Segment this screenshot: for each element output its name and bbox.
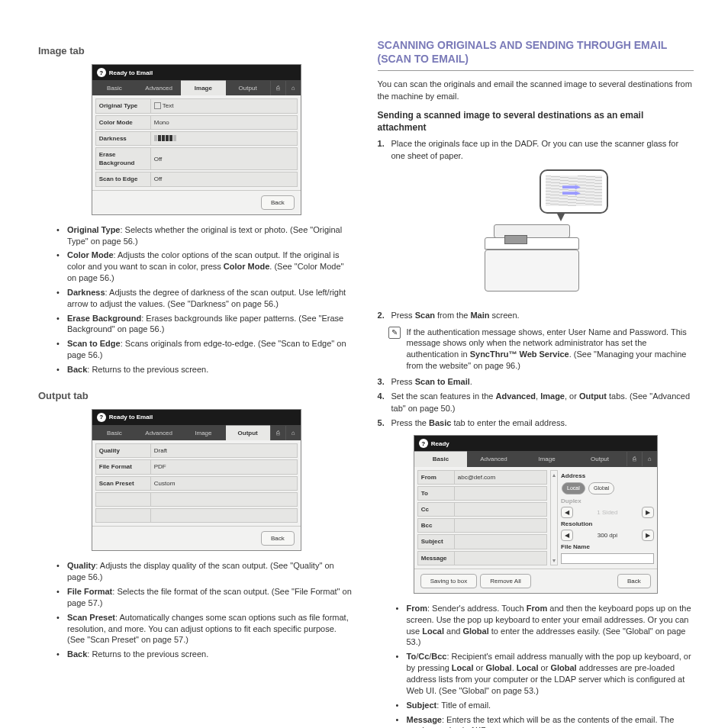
note-icon: ✎ [388,327,401,339]
bullet: To/Cc/Bcc: Recipient's email address man… [396,651,694,696]
row-to[interactable]: To [417,486,547,501]
printer-body [478,219,585,292]
scroll-down-icon[interactable]: ▾ [551,556,557,565]
tab-output[interactable]: Output [226,81,270,95]
tab-image[interactable]: Image [520,452,574,466]
row-empty [95,508,298,523]
section-heading: SCANNING ORIGINALS AND SENDING THROUGH E… [378,38,694,66]
panel-header: ? Ready to Email [92,65,301,80]
output-tab-heading: Output tab [38,389,355,403]
steps-list: Place the originals face up in the DADF.… [378,138,694,162]
image-tab-screenshot: ? Ready to Email Basic Advanced Image Ou… [92,64,301,215]
usb-icon[interactable]: ⎙ [627,452,642,466]
bullet: From: Sender's address. Touch From and t… [396,603,694,648]
email-bullets: From: Sender's address. Touch From and t… [378,603,694,728]
image-tab-heading: Image tab [38,44,355,58]
row-color-mode[interactable]: Color Mode Mono [95,115,298,130]
step-3: Press Scan to Email. [378,376,694,388]
scrollbar[interactable]: ▴ ▾ [550,470,558,565]
row-quality[interactable]: Quality Draft [95,443,298,458]
step-5: Press the Basic tab to enter the email a… [378,417,694,429]
next-icon[interactable]: ▶ [642,530,654,541]
feed-arrows-icon [562,185,581,195]
saving-to-box-button[interactable]: Saving to box [420,574,477,588]
tab-basic[interactable]: Basic [92,426,137,440]
tab-advanced[interactable]: Advanced [467,452,520,466]
row-erase-background[interactable]: Erase Background Off [95,147,298,170]
row-scan-to-edge[interactable]: Scan to Edge Off [95,172,298,186]
prev-icon[interactable]: ◀ [561,507,573,518]
intro-text: You can scan the originals and email the… [378,79,694,102]
row-bcc[interactable]: Bcc [417,518,547,533]
bullet: Back: Returns to the previous screen. [56,649,355,660]
row-message[interactable]: Message [417,551,547,565]
printer-illustration [378,169,694,299]
row-scan-preset[interactable]: Scan Preset Custom [95,476,298,491]
tab-image[interactable]: Image [181,80,225,95]
row-darkness[interactable]: Darkness [95,131,298,146]
note-block: ✎ If the authentication message shows, e… [388,327,694,372]
steps-list-2: Press Scan from the Main screen. [378,310,694,321]
tab-output[interactable]: Output [573,452,627,466]
panel-status: Ready to Email [109,69,153,77]
help-icon: ? [97,68,106,77]
tab-image[interactable]: Image [181,426,225,440]
home-icon[interactable]: ⌂ [285,81,301,95]
back-button[interactable]: Back [261,531,295,546]
row-original-type[interactable]: Original Type Text [95,98,298,113]
back-button[interactable]: Back [261,195,295,210]
prev-icon[interactable]: ◀ [561,530,573,541]
email-panel-screenshot: ? Ready Basic Advanced Image Output ⎙ ⌂ … [414,435,658,594]
row-from[interactable]: Fromabc@def.com [417,470,547,485]
global-button[interactable]: Global [588,482,614,494]
home-icon[interactable]: ⌂ [285,426,301,440]
tab-output[interactable]: Output [226,425,270,440]
panel-header: ? Ready to Email [92,410,301,425]
checkbox-icon [154,102,161,109]
scroll-up-icon[interactable]: ▴ [551,471,557,479]
bullet: Darkness: Adjusts the degree of darkness… [56,287,355,310]
remove-all-button[interactable]: Remove All [480,574,530,588]
divider [378,70,694,71]
help-icon: ? [97,413,106,422]
bullet: Back: Returns to the previous screen. [56,364,355,375]
image-tab-bullets: Original Type: Selects whether the origi… [38,224,355,375]
usb-icon[interactable]: ⎙ [270,81,285,95]
output-tab-screenshot: ? Ready to Email Basic Advanced Image Ou… [92,409,301,551]
sub-heading: Sending a scanned image to several desti… [378,110,694,134]
callout-bubble [540,169,608,214]
help-icon: ? [419,439,428,448]
filename-input[interactable] [561,553,654,564]
darkness-slider [154,135,176,141]
tab-basic[interactable]: Basic [414,451,468,466]
back-button[interactable]: Back [617,574,651,588]
usb-icon[interactable]: ⎙ [270,426,285,440]
bullet: Subject: Title of email. [396,700,694,711]
panel-tabs: Basic Advanced Image Output ⎙ ⌂ [92,425,301,440]
local-button[interactable]: Local [562,482,585,494]
page-columns: Image tab ? Ready to Email Basic Advance… [38,38,694,728]
tab-basic[interactable]: Basic [92,81,137,95]
panel-fields: Quality Draft File Format PDF Scan Prese… [92,440,301,526]
bullet: Original Type: Selects whether the origi… [56,224,355,247]
panel-header: ? Ready [414,436,657,451]
tab-advanced[interactable]: Advanced [137,426,181,440]
bullet: Message: Enters the text which will be a… [396,714,694,728]
panel-fields: Original Type Text Color Mode Mono Darkn… [92,95,301,189]
tab-advanced[interactable]: Advanced [137,81,181,95]
bullet: File Format: Selects the file format of … [56,586,355,609]
row-subject[interactable]: Subject [417,534,547,549]
right-column: SCANNING ORIGINALS AND SENDING THROUGH E… [378,38,694,728]
next-icon[interactable]: ▶ [642,507,654,518]
step-2: Press Scan from the Main screen. [378,310,694,321]
output-tab-bullets: Quality: Adjusts the display quality of … [38,560,355,660]
row-file-format[interactable]: File Format PDF [95,459,298,474]
panel-footer: Saving to box Remove All Back [414,569,657,593]
bullet: Scan to Edge: Scans originals from edge-… [56,338,355,361]
panel-status: Ready to Email [109,413,153,421]
panel-tabs: Basic Advanced Image Output ⎙ ⌂ [414,451,657,466]
bullet: Scan Preset: Automatically changes some … [56,612,355,646]
row-cc[interactable]: Cc [417,502,547,517]
left-column: Image tab ? Ready to Email Basic Advance… [38,38,355,728]
home-icon[interactable]: ⌂ [642,452,657,466]
